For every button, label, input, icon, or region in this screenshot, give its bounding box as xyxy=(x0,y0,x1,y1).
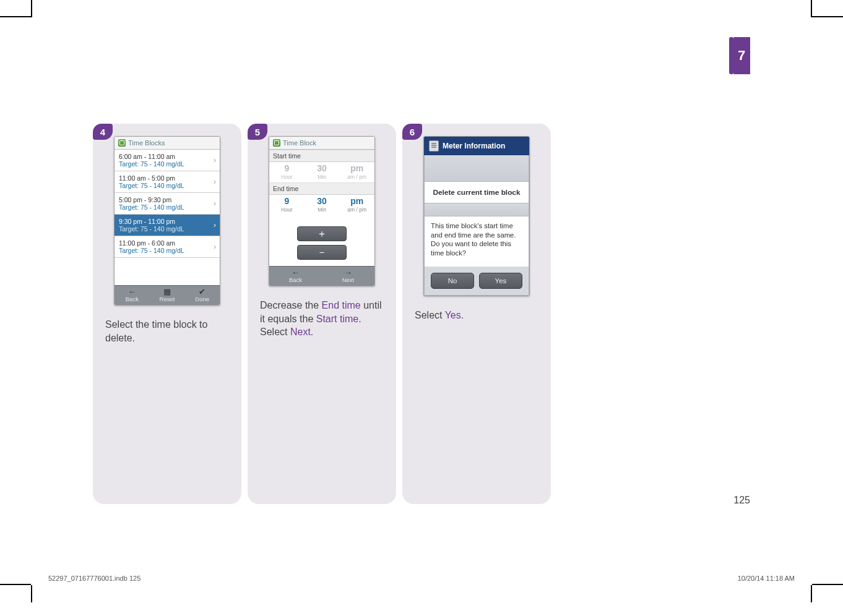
chevron-right-icon: › xyxy=(214,242,216,251)
caption-text: . xyxy=(461,310,464,320)
ampm-label: am / pm xyxy=(339,207,374,213)
crop-mark xyxy=(0,584,31,585)
caption-term: Start time xyxy=(316,314,358,324)
chevron-right-icon: › xyxy=(214,199,216,208)
next-button[interactable]: →Next xyxy=(322,266,374,286)
back-button[interactable]: ←Back xyxy=(269,266,322,286)
time-block-row[interactable]: 11:00 am - 5:00 pm Target: 75 - 140 mg/d… xyxy=(115,171,220,193)
end-time-row[interactable]: 9 Hour 30 Min pm am / pm xyxy=(269,195,374,215)
dialog-title: Meter Information xyxy=(443,142,505,150)
minute-value: 30 xyxy=(305,163,340,173)
target-range: Target: 75 - 140 mg/dL xyxy=(119,182,215,189)
grid-icon: ▦ xyxy=(150,288,185,296)
step-badge: 6 xyxy=(402,124,422,140)
reset-button[interactable]: ▦Reset xyxy=(150,285,185,305)
hour-cell: 9 Hour xyxy=(269,162,305,182)
screenshot-time-block-edit: Time Block Start time 9 Hour 30 Min pm a… xyxy=(269,136,375,286)
minus-button[interactable]: － xyxy=(297,245,347,260)
chevron-right-icon: › xyxy=(214,178,216,186)
reset-label: Reset xyxy=(160,296,175,302)
yes-label: Yes xyxy=(495,277,507,284)
next-label: Next xyxy=(342,276,355,283)
ampm-cell: pm am / pm xyxy=(339,162,374,182)
page-number: 125 xyxy=(733,495,750,506)
time-block-row-selected[interactable]: 9:30 pm - 11:00 pm Target: 75 - 140 mg/d… xyxy=(115,215,220,236)
screen-title: Time Block xyxy=(283,139,316,147)
caption-text: Select xyxy=(415,310,445,320)
chevron-right-icon: › xyxy=(214,221,216,229)
step-badge: 5 xyxy=(248,124,267,140)
dialog-message: This time block's start time and end tim… xyxy=(425,216,529,267)
time-block-list: 6:00 am - 11:00 am Target: 75 - 140 mg/d… xyxy=(115,150,220,258)
chevron-right-icon: › xyxy=(214,156,216,165)
end-time-label: End time xyxy=(269,182,374,195)
crop-mark xyxy=(812,584,843,585)
chapter-number: 7 xyxy=(738,48,745,64)
crop-mark xyxy=(31,0,32,17)
back-label: Back xyxy=(126,296,139,302)
time-range: 5:00 pm - 9:30 pm xyxy=(119,196,215,203)
screen-header: Time Block xyxy=(269,137,374,150)
arrow-left-icon: ← xyxy=(115,288,150,296)
caption-text: Decrease the xyxy=(260,300,322,310)
steps-row: 4 Time Blocks 6:00 am - 11:00 am Target:… xyxy=(93,124,551,504)
step-caption: Decrease the End time until it equals th… xyxy=(260,299,384,339)
ampm-cell[interactable]: pm am / pm xyxy=(339,195,374,215)
ampm-label: am / pm xyxy=(339,174,374,180)
minute-cell: 30 Min xyxy=(305,162,340,182)
ampm-value: pm xyxy=(339,163,374,173)
screenshot-meter-information: Meter Information Delete current time bl… xyxy=(423,136,530,296)
step-card-4: 4 Time Blocks 6:00 am - 11:00 am Target:… xyxy=(93,124,241,504)
minute-label: Min xyxy=(305,207,340,213)
start-time-label: Start time xyxy=(269,150,374,162)
time-block-row[interactable]: 5:00 pm - 9:30 pm Target: 75 - 140 mg/dL… xyxy=(115,193,220,215)
minute-cell[interactable]: 30 Min xyxy=(305,195,340,215)
screen-title: Time Blocks xyxy=(128,139,165,147)
hour-cell[interactable]: 9 Hour xyxy=(269,195,305,215)
dialog-body: Delete current time block This time bloc… xyxy=(424,155,529,296)
dialog-section-title: Delete current time block xyxy=(425,181,529,203)
time-range: 9:30 pm - 11:00 pm xyxy=(119,218,215,225)
check-icon: ✔ xyxy=(184,288,220,296)
back-button[interactable]: ←Back xyxy=(115,285,150,305)
step-caption: Select the time block to delete. xyxy=(105,318,229,344)
done-button[interactable]: ✔Done xyxy=(184,285,220,305)
hour-value: 9 xyxy=(269,163,305,173)
done-label: Done xyxy=(195,296,209,302)
caption-term: Next xyxy=(290,327,311,337)
time-block-row[interactable]: 11:00 pm - 6:00 am Target: 75 - 140 mg/d… xyxy=(115,236,220,258)
no-label: No xyxy=(448,277,457,284)
back-label: Back xyxy=(289,276,302,283)
hour-label: Hour xyxy=(269,207,305,213)
minute-value: 30 xyxy=(305,196,340,206)
screen-header: Time Blocks xyxy=(115,137,220,150)
time-range: 11:00 pm - 6:00 am xyxy=(119,239,215,247)
time-block-icon xyxy=(273,139,280,147)
step-badge: 4 xyxy=(93,124,113,140)
time-blocks-icon xyxy=(118,139,126,147)
target-range: Target: 75 - 140 mg/dL xyxy=(119,203,215,211)
crop-mark xyxy=(811,0,812,17)
dialog-header: Meter Information xyxy=(424,137,529,155)
footer-bar: ←Back ▦Reset ✔Done xyxy=(115,285,220,305)
plus-minus-controls: ＋ － xyxy=(269,215,374,266)
crop-mark xyxy=(811,585,812,602)
step-card-5: 5 Time Block Start time 9 Hour 30 Min pm… xyxy=(248,124,396,504)
minute-label: Min xyxy=(305,174,340,180)
time-range: 11:00 am - 5:00 pm xyxy=(119,174,215,182)
start-time-row: 9 Hour 30 Min pm am / pm xyxy=(269,162,374,182)
no-button[interactable]: No xyxy=(431,273,474,289)
time-block-row[interactable]: 6:00 am - 11:00 am Target: 75 - 140 mg/d… xyxy=(115,150,220,171)
crop-mark xyxy=(812,16,843,17)
step-card-6: 6 Meter Information Delete current time … xyxy=(402,124,551,504)
ampm-value: pm xyxy=(339,196,374,206)
crop-mark xyxy=(31,585,32,602)
dialog-buttons: No Yes xyxy=(425,267,529,295)
plus-button[interactable]: ＋ xyxy=(297,226,347,241)
caption-text: . xyxy=(311,327,313,337)
caption-term: Yes xyxy=(445,310,461,320)
yes-button[interactable]: Yes xyxy=(479,273,522,289)
target-range: Target: 75 - 140 mg/dL xyxy=(119,160,215,168)
imposition-file-label: 52297_07167776001.indb 125 xyxy=(48,575,140,582)
imposition-timestamp: 10/20/14 11:18 AM xyxy=(738,575,795,582)
